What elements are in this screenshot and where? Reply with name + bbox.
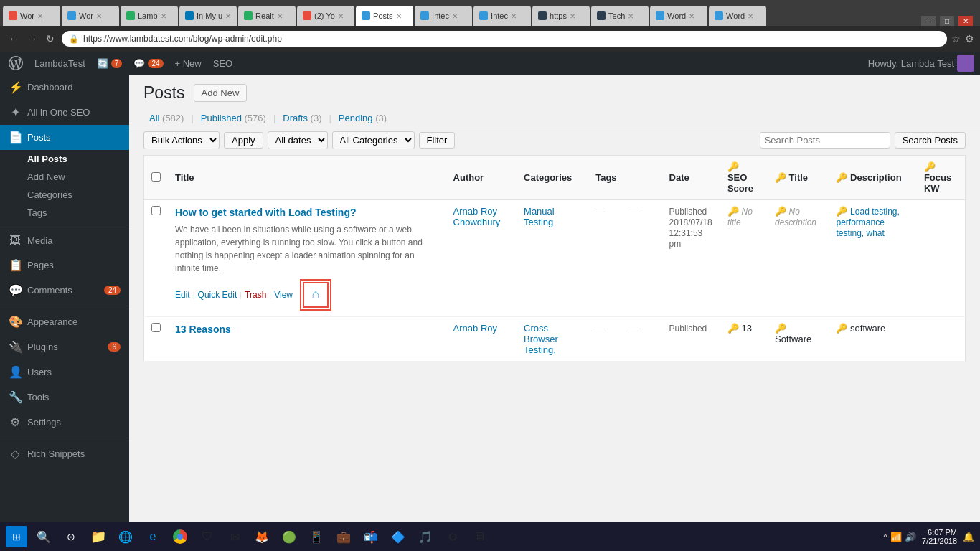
tab-close-2[interactable]: ✕ <box>96 12 102 20</box>
search-posts-input[interactable] <box>760 132 890 149</box>
tab-posts-active[interactable]: Posts ✕ <box>356 6 413 26</box>
th-date: Date <box>662 156 720 200</box>
tab-word-3[interactable]: Word ✕ <box>650 6 707 26</box>
close-btn[interactable]: ✕ <box>958 16 973 26</box>
maximize-btn[interactable]: □ <box>940 16 954 26</box>
sidebar-item-tools[interactable]: 🔧 Tools <box>0 385 129 410</box>
sidebar-item-allinone-seo[interactable]: ✦ All in One SEO <box>0 100 129 125</box>
tab-word-1[interactable]: Wor ✕ <box>3 6 60 26</box>
row1-quick-edit-link[interactable]: Quick Edit <box>198 290 237 300</box>
row1-wp-icon-box[interactable]: ⌂ <box>303 282 329 308</box>
row1-select-checkbox[interactable] <box>151 206 161 215</box>
tab-youtube[interactable]: (2) Yo ✕ <box>297 6 354 26</box>
sidebar-item-appearance[interactable]: 🎨 Appearance <box>0 309 129 334</box>
sidebar-item-posts[interactable]: 📄 Posts <box>0 125 129 150</box>
tab-intec-1[interactable]: Intec ✕ <box>415 6 472 26</box>
row1-trash-link[interactable]: Trash <box>245 290 266 300</box>
extensions-button[interactable]: ⚙ <box>965 33 974 44</box>
row2-category-link[interactable]: Cross Browser Testing, <box>524 323 558 355</box>
sidebar-item-dashboard[interactable]: ⚡ Dashboard <box>0 75 129 100</box>
address-bar-container: ← → ↻ 🔒 https://www.lambdatest.com/blog/… <box>0 26 980 52</box>
row1-author-link[interactable]: Arnab Roy Chowdhury <box>453 206 501 227</box>
comments-item[interactable]: 💬 24 <box>128 52 169 75</box>
apply-button[interactable]: Apply <box>224 132 263 149</box>
address-bar[interactable]: 🔒 https://www.lambdatest.com/blog/wp-adm… <box>62 31 947 47</box>
sidebar-subitem-all-posts[interactable]: All Posts <box>0 150 129 168</box>
tab-tech[interactable]: Tech ✕ <box>591 6 649 26</box>
subnav-published[interactable]: Published (576) <box>195 108 272 128</box>
tab-label-12: Word <box>667 11 686 20</box>
add-new-button[interactable]: Add New <box>194 84 248 102</box>
new-item[interactable]: + New <box>169 52 207 75</box>
forward-button[interactable]: → <box>24 32 40 46</box>
sidebar-item-pages[interactable]: 📋 Pages <box>0 253 129 278</box>
minimize-btn[interactable]: — <box>921 16 936 26</box>
reload-button[interactable]: ↻ <box>43 32 57 46</box>
users-icon: 👤 <box>9 365 22 379</box>
subnav-drafts[interactable]: Drafts (3) <box>277 108 327 128</box>
tab-label-6: (2) Yo <box>314 11 335 20</box>
tab-close-6[interactable]: ✕ <box>338 12 344 20</box>
wp-logo[interactable] <box>6 53 26 73</box>
seo-item[interactable]: SEO <box>207 52 238 75</box>
tab-close-13[interactable]: ✕ <box>748 12 753 20</box>
tab-lamb[interactable]: Lamb ✕ <box>121 6 178 26</box>
tab-close-10[interactable]: ✕ <box>570 12 575 20</box>
sidebar-item-label-rich-snippets: Rich Snippets <box>27 448 85 459</box>
tab-favicon-8 <box>420 11 429 20</box>
row2-select-checkbox[interactable] <box>151 323 161 332</box>
th-focus-kw: 🔑 Focus KW <box>917 156 966 200</box>
tab-close-9[interactable]: ✕ <box>511 12 517 20</box>
tab-close-3[interactable]: ✕ <box>161 12 166 20</box>
tab-https[interactable]: https ✕ <box>532 6 590 26</box>
sidebar-item-rich-snippets[interactable]: ◇ Rich Snippets <box>0 441 129 466</box>
row1-view-link[interactable]: View <box>274 290 293 300</box>
sidebar-item-media[interactable]: 🖼 Media <box>0 228 129 253</box>
row1-wp-icon: ⌂ <box>312 287 320 302</box>
row1-post-title-link[interactable]: How to get started with Load Testing? <box>175 206 439 220</box>
row2-author-link[interactable]: Arnab Roy <box>453 323 497 334</box>
row2-focus-kw-icon: 🔑 <box>836 323 847 334</box>
row1-category-link[interactable]: Manual Testing <box>524 206 555 227</box>
seo-score-icon: 🔑 <box>727 161 739 172</box>
tab-close-7[interactable]: ✕ <box>396 12 402 20</box>
tab-close-1[interactable]: ✕ <box>37 12 43 20</box>
posts-area: Bulk Actions Apply All dates All Categor… <box>129 131 980 376</box>
sidebar-item-plugins[interactable]: 🔌 Plugins 6 <box>0 334 129 359</box>
tab-close-4[interactable]: ✕ <box>225 12 231 20</box>
row2-post-title-link[interactable]: 13 Reasons <box>175 323 439 337</box>
updates-item[interactable]: 🔄 7 <box>91 52 128 75</box>
bookmark-button[interactable]: ☆ <box>951 33 961 44</box>
sidebar-item-users[interactable]: 👤 Users <box>0 359 129 385</box>
filter-button[interactable]: Filter <box>419 132 456 149</box>
row1-edit-link[interactable]: Edit <box>175 290 190 300</box>
tab-close-8[interactable]: ✕ <box>452 12 458 20</box>
tab-close-5[interactable]: ✕ <box>277 12 283 20</box>
subnav-all[interactable]: All (582) <box>143 108 189 128</box>
sidebar-item-settings[interactable]: ⚙ Settings <box>0 410 129 435</box>
sidebar-subitem-categories[interactable]: Categories <box>0 186 129 204</box>
tab-realt[interactable]: Realt ✕ <box>238 6 296 26</box>
all-categories-select[interactable]: All Categories <box>332 131 415 149</box>
tab-word-2[interactable]: Wor ✕ <box>62 6 119 26</box>
tab-intec-2[interactable]: Intec ✕ <box>473 6 531 26</box>
tab-favicon-10 <box>538 11 547 20</box>
tab-word-4[interactable]: Word ✕ <box>709 6 766 26</box>
site-name-item[interactable]: LambdaTest <box>29 52 91 75</box>
select-all-checkbox[interactable] <box>151 172 161 182</box>
all-dates-select[interactable]: All dates <box>268 131 328 149</box>
search-posts-button[interactable]: Search Posts <box>895 132 966 149</box>
tab-linkedin[interactable]: In My u ✕ <box>179 6 237 26</box>
row1-seo-score-cell: 🔑 No title <box>720 200 768 317</box>
subnav-pending[interactable]: Pending (3) <box>333 108 392 128</box>
user-avatar[interactable] <box>957 55 974 72</box>
tab-close-11[interactable]: ✕ <box>628 12 633 20</box>
sidebar-subitem-add-new[interactable]: Add New <box>0 168 129 186</box>
bulk-actions-select[interactable]: Bulk Actions <box>143 131 220 149</box>
tab-close-12[interactable]: ✕ <box>689 12 694 20</box>
seo-label: SEO <box>213 58 232 69</box>
back-button[interactable]: ← <box>6 32 22 46</box>
tab-label-7: Posts <box>373 11 393 20</box>
sidebar-item-comments[interactable]: 💬 Comments 24 <box>0 278 129 303</box>
sidebar-subitem-tags[interactable]: Tags <box>0 204 129 222</box>
